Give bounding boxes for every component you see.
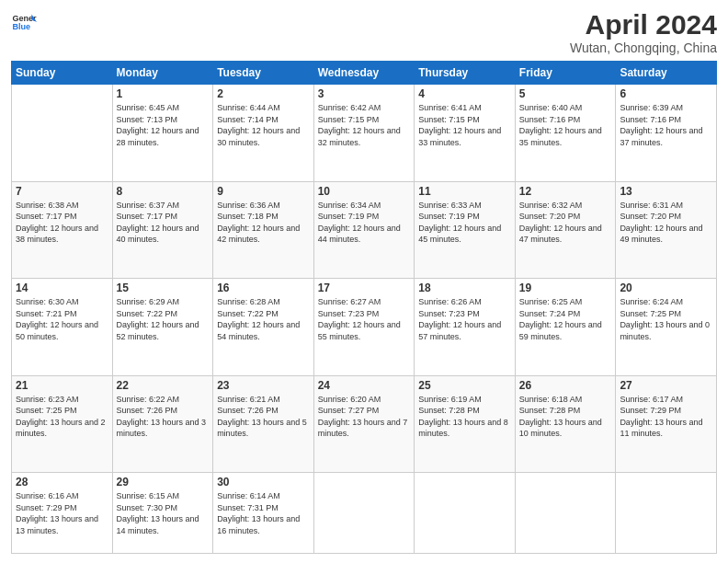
- table-row: 4Sunrise: 6:41 AMSunset: 7:15 PMDaylight…: [415, 85, 516, 182]
- col-tuesday: Tuesday: [213, 62, 314, 85]
- table-row: 8Sunrise: 6:37 AMSunset: 7:17 PMDaylight…: [112, 181, 213, 279]
- table-row: 20Sunrise: 6:24 AMSunset: 7:25 PMDayligh…: [616, 279, 717, 376]
- day-info: Sunrise: 6:38 AMSunset: 7:17 PMDaylight:…: [16, 200, 108, 246]
- day-number: 23: [217, 379, 310, 392]
- day-info: Sunrise: 6:26 AMSunset: 7:23 PMDaylight:…: [418, 296, 511, 342]
- day-info: Sunrise: 6:39 AMSunset: 7:16 PMDaylight:…: [620, 102, 712, 148]
- day-number: 28: [16, 476, 108, 488]
- day-info: Sunrise: 6:45 AMSunset: 7:13 PMDaylight:…: [117, 102, 210, 148]
- table-row: [515, 473, 616, 554]
- day-number: 6: [620, 87, 712, 100]
- day-info: Sunrise: 6:18 AMSunset: 7:28 PMDaylight:…: [519, 394, 612, 440]
- table-row: 18Sunrise: 6:26 AMSunset: 7:23 PMDayligh…: [415, 279, 516, 376]
- table-row: 10Sunrise: 6:34 AMSunset: 7:19 PMDayligh…: [313, 181, 415, 279]
- table-row: 6Sunrise: 6:39 AMSunset: 7:16 PMDaylight…: [616, 85, 717, 182]
- header: General Blue April 2024 Wutan, Chongqing…: [11, 9, 717, 55]
- table-row: 16Sunrise: 6:28 AMSunset: 7:22 PMDayligh…: [213, 279, 314, 376]
- day-number: 30: [217, 476, 310, 488]
- header-row: Sunday Monday Tuesday Wednesday Thursday…: [12, 62, 717, 85]
- day-info: Sunrise: 6:24 AMSunset: 7:25 PMDaylight:…: [620, 296, 712, 342]
- day-number: 29: [117, 476, 210, 488]
- day-info: Sunrise: 6:33 AMSunset: 7:19 PMDaylight:…: [418, 200, 511, 246]
- day-number: 11: [418, 185, 511, 198]
- table-row: 19Sunrise: 6:25 AMSunset: 7:24 PMDayligh…: [515, 279, 616, 376]
- logo-icon: General Blue: [11, 9, 37, 35]
- col-wednesday: Wednesday: [313, 62, 415, 85]
- day-number: 18: [418, 282, 511, 294]
- day-number: 19: [519, 282, 612, 294]
- day-info: Sunrise: 6:37 AMSunset: 7:17 PMDaylight:…: [117, 200, 210, 246]
- day-number: 4: [418, 87, 511, 100]
- day-info: Sunrise: 6:19 AMSunset: 7:28 PMDaylight:…: [418, 394, 511, 440]
- table-row: 28Sunrise: 6:16 AMSunset: 7:29 PMDayligh…: [12, 473, 113, 554]
- table-row: 5Sunrise: 6:40 AMSunset: 7:16 PMDaylight…: [515, 85, 616, 182]
- table-row: 11Sunrise: 6:33 AMSunset: 7:19 PMDayligh…: [415, 181, 516, 279]
- day-info: Sunrise: 6:25 AMSunset: 7:24 PMDaylight:…: [519, 296, 612, 342]
- day-number: 12: [519, 185, 612, 198]
- day-number: 1: [117, 87, 210, 100]
- col-friday: Friday: [515, 62, 616, 85]
- day-number: 9: [217, 185, 310, 198]
- calendar-body: 1Sunrise: 6:45 AMSunset: 7:13 PMDaylight…: [12, 85, 717, 554]
- table-row: 27Sunrise: 6:17 AMSunset: 7:29 PMDayligh…: [616, 375, 717, 473]
- col-monday: Monday: [112, 62, 213, 85]
- day-info: Sunrise: 6:20 AMSunset: 7:27 PMDaylight:…: [318, 394, 411, 440]
- day-number: 20: [620, 282, 712, 294]
- calendar-title: April 2024: [570, 9, 717, 40]
- logo: General Blue: [11, 9, 37, 35]
- table-row: 30Sunrise: 6:14 AMSunset: 7:31 PMDayligh…: [213, 473, 314, 554]
- table-row: [616, 473, 717, 554]
- calendar-table: Sunday Monday Tuesday Wednesday Thursday…: [11, 61, 717, 554]
- day-number: 21: [16, 379, 108, 392]
- day-number: 15: [117, 282, 210, 294]
- table-row: 24Sunrise: 6:20 AMSunset: 7:27 PMDayligh…: [313, 375, 415, 473]
- table-row: 17Sunrise: 6:27 AMSunset: 7:23 PMDayligh…: [313, 279, 415, 376]
- title-block: April 2024 Wutan, Chongqing, China: [570, 9, 717, 55]
- day-number: 3: [318, 87, 411, 100]
- table-row: 25Sunrise: 6:19 AMSunset: 7:28 PMDayligh…: [415, 375, 516, 473]
- col-thursday: Thursday: [415, 62, 516, 85]
- table-row: 1Sunrise: 6:45 AMSunset: 7:13 PMDaylight…: [112, 85, 213, 182]
- day-number: 2: [217, 87, 310, 100]
- table-row: [415, 473, 516, 554]
- day-number: 17: [318, 282, 411, 294]
- day-info: Sunrise: 6:28 AMSunset: 7:22 PMDaylight:…: [217, 296, 310, 342]
- table-row: 15Sunrise: 6:29 AMSunset: 7:22 PMDayligh…: [112, 279, 213, 376]
- col-sunday: Sunday: [12, 62, 113, 85]
- calendar-subtitle: Wutan, Chongqing, China: [570, 40, 717, 55]
- day-number: 14: [16, 282, 108, 294]
- table-row: 2Sunrise: 6:44 AMSunset: 7:14 PMDaylight…: [213, 85, 314, 182]
- day-info: Sunrise: 6:16 AMSunset: 7:29 PMDaylight:…: [16, 490, 108, 536]
- day-info: Sunrise: 6:36 AMSunset: 7:18 PMDaylight:…: [217, 200, 310, 246]
- day-info: Sunrise: 6:15 AMSunset: 7:30 PMDaylight:…: [117, 490, 210, 536]
- day-number: 8: [117, 185, 210, 198]
- day-number: 24: [318, 379, 411, 392]
- table-row: 14Sunrise: 6:30 AMSunset: 7:21 PMDayligh…: [12, 279, 113, 376]
- day-info: Sunrise: 6:29 AMSunset: 7:22 PMDaylight:…: [117, 296, 210, 342]
- day-number: 25: [418, 379, 511, 392]
- table-row: 26Sunrise: 6:18 AMSunset: 7:28 PMDayligh…: [515, 375, 616, 473]
- day-info: Sunrise: 6:41 AMSunset: 7:15 PMDaylight:…: [418, 102, 511, 148]
- day-info: Sunrise: 6:27 AMSunset: 7:23 PMDaylight:…: [318, 296, 411, 342]
- table-row: 13Sunrise: 6:31 AMSunset: 7:20 PMDayligh…: [616, 181, 717, 279]
- day-info: Sunrise: 6:22 AMSunset: 7:26 PMDaylight:…: [117, 394, 210, 440]
- day-info: Sunrise: 6:32 AMSunset: 7:20 PMDaylight:…: [519, 200, 612, 246]
- day-number: 7: [16, 185, 108, 198]
- day-number: 26: [519, 379, 612, 392]
- table-row: [12, 85, 113, 182]
- day-info: Sunrise: 6:17 AMSunset: 7:29 PMDaylight:…: [620, 394, 712, 440]
- day-info: Sunrise: 6:44 AMSunset: 7:14 PMDaylight:…: [217, 102, 310, 148]
- table-row: 12Sunrise: 6:32 AMSunset: 7:20 PMDayligh…: [515, 181, 616, 279]
- day-info: Sunrise: 6:34 AMSunset: 7:19 PMDaylight:…: [318, 200, 411, 246]
- day-number: 16: [217, 282, 310, 294]
- table-row: 29Sunrise: 6:15 AMSunset: 7:30 PMDayligh…: [112, 473, 213, 554]
- table-row: 22Sunrise: 6:22 AMSunset: 7:26 PMDayligh…: [112, 375, 213, 473]
- day-info: Sunrise: 6:14 AMSunset: 7:31 PMDaylight:…: [217, 490, 310, 536]
- day-number: 13: [620, 185, 712, 198]
- table-row: [313, 473, 415, 554]
- table-row: 9Sunrise: 6:36 AMSunset: 7:18 PMDaylight…: [213, 181, 314, 279]
- table-row: 7Sunrise: 6:38 AMSunset: 7:17 PMDaylight…: [12, 181, 113, 279]
- day-info: Sunrise: 6:30 AMSunset: 7:21 PMDaylight:…: [16, 296, 108, 342]
- calendar-container: General Blue April 2024 Wutan, Chongqing…: [0, 0, 728, 563]
- day-number: 5: [519, 87, 612, 100]
